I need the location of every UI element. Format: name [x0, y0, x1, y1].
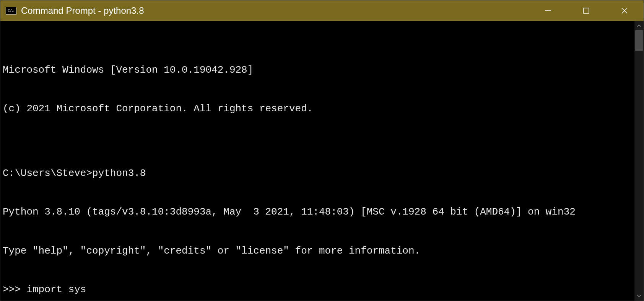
command-prompt-window: C:\. Command Prompt - python3.8	[0, 0, 644, 301]
chevron-up-icon	[637, 24, 641, 27]
titlebar[interactable]: C:\. Command Prompt - python3.8	[0, 0, 644, 21]
chevron-down-icon	[637, 294, 641, 298]
scroll-down-button[interactable]	[634, 291, 644, 301]
client-area: Microsoft Windows [Version 10.0.19042.92…	[0, 21, 644, 301]
scroll-up-button[interactable]	[634, 21, 644, 30]
minimize-button[interactable]	[529, 0, 567, 21]
window-title: Command Prompt - python3.8	[21, 5, 529, 16]
window-controls	[529, 0, 644, 21]
close-button[interactable]	[605, 0, 644, 21]
scroll-track[interactable]	[634, 30, 644, 291]
minimize-icon	[545, 7, 551, 14]
terminal-line: Microsoft Windows [Version 10.0.19042.92…	[3, 64, 633, 77]
maximize-button[interactable]	[567, 0, 605, 21]
cmd-icon: C:\.	[6, 7, 16, 15]
maximize-icon	[583, 7, 590, 14]
svg-rect-1	[584, 8, 589, 13]
terminal-line: Python 3.8.10 (tags/v3.8.10:3d8993a, May…	[3, 206, 633, 219]
terminal-output[interactable]: Microsoft Windows [Version 10.0.19042.92…	[0, 21, 634, 301]
terminal-line: C:\Users\Steve>python3.8	[3, 167, 633, 180]
terminal-line: >>> import sys	[3, 283, 633, 296]
terminal-line: (c) 2021 Microsoft Corporation. All righ…	[3, 103, 633, 116]
close-icon	[621, 7, 628, 14]
terminal-line: Type "help", "copyright", "credits" or "…	[3, 245, 633, 258]
scroll-thumb[interactable]	[635, 30, 643, 51]
vertical-scrollbar[interactable]	[634, 21, 644, 301]
